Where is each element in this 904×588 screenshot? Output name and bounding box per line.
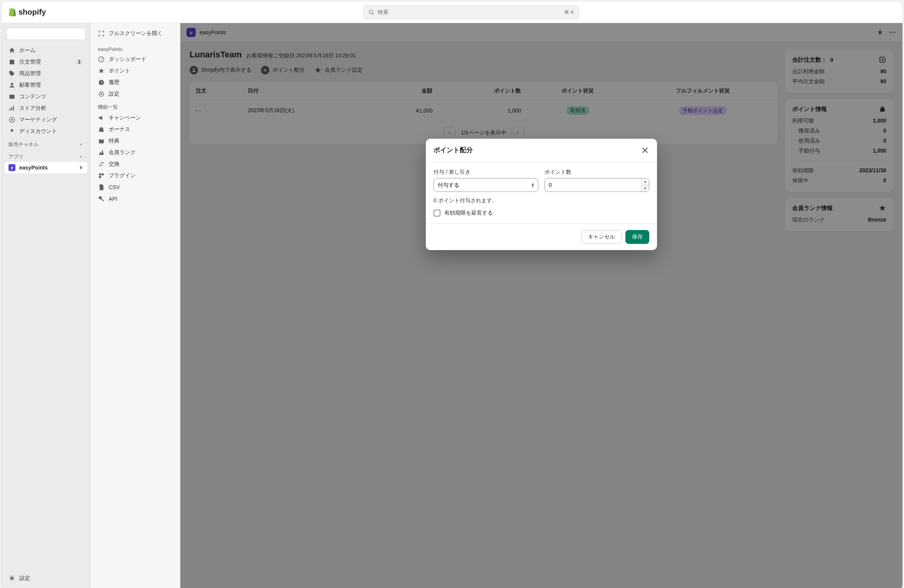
orders-badge: 3 (75, 59, 84, 65)
search-input[interactable]: 検索 ⌘ K (363, 5, 579, 19)
svg-rect-17 (99, 173, 101, 175)
file-icon (98, 184, 105, 191)
megaphone-icon (98, 114, 105, 121)
svg-rect-15 (99, 141, 104, 144)
apps-section[interactable]: アプリ (5, 150, 87, 162)
app-nav-api[interactable]: API (94, 193, 177, 205)
nav-customers[interactable]: 顧客管理 (5, 79, 87, 91)
gear-icon (8, 575, 15, 582)
nav-analytics[interactable]: ストア分析 (5, 102, 87, 114)
bag-icon (98, 126, 105, 133)
stepper-down[interactable]: ▼ (641, 185, 649, 192)
extend-expiry-checkbox[interactable] (434, 210, 440, 217)
checkbox-label: 有効期限を延長する (444, 210, 493, 217)
nav-app-easypoints[interactable]: eeasyPoints (5, 162, 87, 173)
svg-point-0 (369, 10, 373, 13)
chevron-right-icon (79, 142, 84, 147)
app-nav-exchange[interactable]: 交換 (94, 158, 177, 170)
chevron-right-icon (79, 155, 84, 159)
app-section-easypoints: easyPoints (94, 42, 177, 54)
sales-channels-section[interactable]: 販売チャネル (5, 137, 87, 150)
svg-rect-18 (102, 173, 104, 175)
points-input[interactable] (544, 178, 649, 192)
brand-text: shopify (18, 8, 46, 17)
nav-products[interactable]: 商品管理 (5, 68, 87, 79)
clock-icon (98, 79, 105, 86)
help-text: 0 ポイント付与されます。 (434, 197, 649, 204)
svg-point-3 (11, 83, 13, 85)
points-label: ポイント数 (544, 169, 649, 176)
rank-icon (98, 149, 105, 156)
main-content: e easyPoints LunarisTeam お客様情報ご登録日:2023年… (180, 23, 902, 588)
search-shortcut: ⌘ K (564, 9, 574, 15)
svg-point-9 (11, 119, 13, 121)
search-icon (368, 9, 375, 15)
svg-rect-7 (13, 106, 14, 111)
plugin-icon (98, 172, 105, 179)
topbar: shopify 検索 ⌘ K (2, 2, 902, 23)
close-icon[interactable] (641, 146, 649, 155)
nav-settings[interactable]: 設定 (5, 572, 87, 585)
app-nav-dashboard[interactable]: ダッシュボード (94, 54, 177, 65)
pin-icon[interactable] (78, 165, 84, 170)
app-nav-rank[interactable]: 会員ランク (94, 147, 177, 158)
svg-rect-5 (10, 108, 10, 111)
app-nav-campaign[interactable]: キャンペーン (94, 112, 177, 124)
search-placeholder: 検索 (378, 9, 561, 16)
nav-discounts[interactable]: ディスカウント (5, 126, 87, 137)
fullscreen-icon (98, 30, 105, 37)
modal-title: ポイント配分 (434, 146, 473, 155)
shopify-logo[interactable]: shopify (8, 8, 46, 17)
easypoints-app-icon: e (8, 164, 15, 171)
gift-icon (98, 138, 105, 144)
gear-icon (98, 91, 105, 97)
svg-line-1 (372, 13, 374, 15)
app-sidebar: フルスクリーンを開く easyPoints ダッシュボード ポイント 履歴 設定… (91, 23, 180, 588)
stepper-up[interactable]: ▲ (641, 178, 649, 185)
svg-point-13 (101, 93, 102, 95)
app-nav-plugin[interactable]: プラグイン (94, 170, 177, 181)
key-icon (98, 195, 105, 202)
nav-orders[interactable]: 注文管理3 (5, 56, 87, 68)
app-nav-history[interactable]: 履歴 (94, 77, 177, 88)
modal-backdrop[interactable] (180, 23, 902, 588)
app-nav-bonus[interactable]: ボーナス (94, 124, 177, 135)
grant-label: 付与 / 差し引き (434, 169, 538, 176)
svg-rect-4 (9, 95, 15, 99)
point-allocation-modal: ポイント配分 付与 / 差し引き 付与する ▲▼ ポイント数 (426, 139, 657, 250)
svg-rect-2 (10, 60, 14, 64)
fullscreen-button[interactable]: フルスクリーンを開く (94, 28, 177, 42)
star-icon (98, 67, 105, 74)
svg-rect-19 (99, 176, 101, 178)
app-nav-rewards[interactable]: 特典 (94, 135, 177, 147)
app-nav-points[interactable]: ポイント (94, 65, 177, 77)
sidebar-search[interactable] (6, 28, 86, 40)
nav-marketing[interactable]: マーケティング (5, 114, 87, 126)
app-section-features: 機能一覧 (94, 100, 177, 112)
nav-home[interactable]: ホーム (5, 45, 87, 56)
svg-rect-16 (99, 139, 104, 141)
grant-select[interactable]: 付与する ▲▼ (434, 178, 538, 192)
app-nav-csv[interactable]: CSV (94, 181, 177, 193)
nav-content[interactable]: コンテンツ (5, 91, 87, 102)
shopify-sidebar: ホーム 注文管理3 商品管理 顧客管理 コンテンツ ストア分析 マーケティング … (2, 23, 91, 588)
svg-rect-6 (12, 107, 12, 111)
dashboard-icon (98, 56, 105, 63)
app-nav-settings[interactable]: 設定 (94, 88, 177, 100)
cancel-button[interactable]: キャンセル (581, 230, 622, 244)
swap-icon (98, 161, 105, 168)
save-button[interactable]: 保存 (625, 230, 649, 244)
